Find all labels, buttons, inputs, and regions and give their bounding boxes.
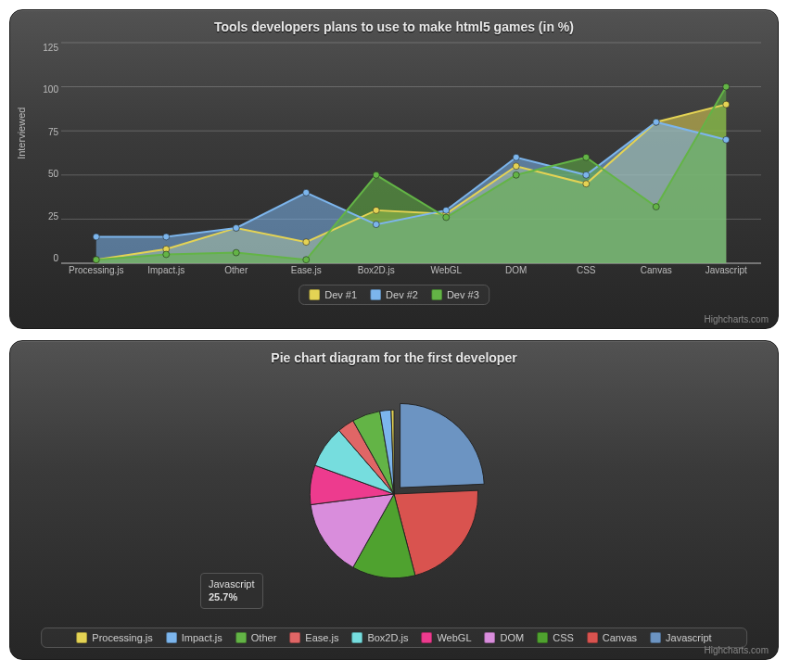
area-yaxis: 0255075100125 [27,43,58,263]
pie-legend-item[interactable]: Canvas [587,632,637,643]
pie-plot[interactable] [297,397,491,591]
svg-point-11 [373,207,379,213]
legend-label: DOM [501,632,525,643]
svg-point-29 [233,249,239,256]
legend-swatch-icon [76,632,87,643]
svg-point-32 [443,214,450,221]
pie-legend: Processing.jsImpact.jsOtherEase.jsBox2D.… [41,628,747,648]
svg-point-28 [163,251,170,258]
ytick: 25 [27,211,58,222]
pie-chart-panel: Pie chart diagram for the first develope… [9,340,779,660]
legend-swatch-icon [650,632,661,643]
pie-legend-item[interactable]: Box2D.js [351,632,408,643]
xtick: CSS [552,265,622,280]
legend-label: Impact.js [182,632,222,643]
pie-legend-item[interactable]: Ease.js [289,632,338,643]
svg-point-18 [163,234,170,240]
ytick: 0 [27,253,58,263]
pie-legend-item[interactable]: Other [235,632,277,643]
legend-swatch-icon [587,632,598,643]
area-legend: Dev #1Dev #2Dev #3 [299,285,489,305]
pie-slice[interactable] [400,403,485,488]
svg-point-24 [583,171,590,178]
svg-point-17 [93,234,99,240]
pie-chart-title: Pie chart diagram for the first develope… [10,341,778,365]
legend-swatch-icon [235,632,247,643]
legend-label: WebGL [437,632,471,643]
legend-label: Processing.js [92,632,152,643]
legend-swatch-icon [485,632,496,643]
xtick: Canvas [621,265,692,280]
area-legend-item[interactable]: Dev #1 [309,289,357,300]
legend-label: CSS [553,632,574,643]
legend-label: Javascript [666,632,712,643]
svg-point-34 [583,154,590,160]
ytick: 125 [27,43,58,53]
legend-label: Dev #2 [386,289,418,300]
svg-point-35 [653,204,659,210]
pie-legend-item[interactable]: Javascript [650,632,712,643]
ytick: 50 [27,169,58,179]
area-chart-title: Tools developers plans to use to make ht… [10,10,778,34]
legend-swatch-icon [309,289,320,300]
svg-point-25 [653,119,659,125]
xtick: Ease.js [272,265,342,280]
svg-point-33 [513,171,519,178]
svg-point-21 [373,222,379,228]
legend-swatch-icon [166,632,177,643]
svg-point-27 [93,257,99,263]
xtick: DOM [481,265,552,280]
legend-swatch-icon [421,632,432,643]
legend-label: Ease.js [305,632,338,643]
svg-point-10 [303,239,310,246]
area-chart-panel: Tools developers plans to use to make ht… [9,9,779,329]
xtick: Javascript [692,265,762,280]
svg-point-22 [443,207,450,213]
svg-point-19 [233,224,239,231]
xtick: Impact.js [132,265,202,280]
pie-legend-item[interactable]: WebGL [421,632,471,643]
svg-point-31 [373,171,379,178]
svg-point-30 [303,257,310,263]
pie-callout: Javascript 25.7% [200,573,263,609]
pie-legend-item[interactable]: DOM [485,632,525,643]
legend-swatch-icon [431,289,442,300]
svg-point-20 [303,189,310,196]
area-xaxis: Processing.jsImpact.jsOtherEase.jsBox2D.… [61,265,761,280]
pie-legend-item[interactable]: Processing.js [76,632,152,643]
legend-label: Other [251,632,277,643]
xtick: Processing.js [61,265,132,280]
legend-label: Canvas [603,632,637,643]
legend-label: Dev #3 [447,289,479,300]
area-legend-item[interactable]: Dev #2 [370,289,418,300]
area-legend-item[interactable]: Dev #3 [431,289,479,300]
legend-label: Box2D.js [367,632,408,643]
legend-label: Dev #1 [324,289,357,300]
area-plot[interactable] [61,43,761,263]
svg-point-23 [513,154,519,160]
pie-credits[interactable]: Highcharts.com [705,645,769,655]
ytick: 100 [27,84,58,95]
pie-legend-item[interactable]: CSS [537,632,574,643]
pie-callout-label: Javascript [209,578,255,590]
xtick: Box2D.js [341,265,412,280]
legend-swatch-icon [370,289,381,300]
svg-point-16 [723,101,730,108]
xtick: WebGL [412,265,482,280]
svg-point-14 [583,181,590,187]
ytick: 75 [27,127,58,137]
pie-callout-pct: 25.7% [209,591,237,602]
svg-point-13 [513,163,519,170]
area-chart-ylabel: Interviewed [16,107,27,158]
legend-swatch-icon [289,632,300,643]
svg-point-36 [723,83,730,90]
legend-swatch-icon [537,632,548,643]
area-credits[interactable]: Highcharts.com [705,314,769,324]
legend-swatch-icon [351,632,362,643]
svg-point-26 [723,136,730,143]
pie-legend-item[interactable]: Impact.js [166,632,222,643]
xtick: Other [201,265,272,280]
